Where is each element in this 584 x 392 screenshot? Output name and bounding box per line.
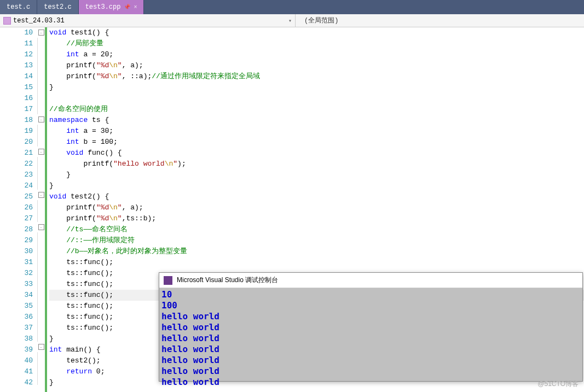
line-number: 14 bbox=[0, 71, 33, 82]
fold-spacer bbox=[37, 309, 45, 320]
line-number: 18 bbox=[0, 115, 33, 126]
console-line: hello world bbox=[161, 322, 580, 333]
code-line[interactable]: //命名空间的使用 bbox=[49, 104, 584, 115]
debug-console-window[interactable]: Microsoft Visual Studio 调试控制台 10100hello… bbox=[159, 272, 583, 382]
code-line[interactable]: printf("%d\n", a); bbox=[49, 202, 584, 213]
code-line[interactable]: //ts——命名空间名 bbox=[49, 224, 584, 235]
code-line[interactable]: printf("%d\n", ::a);//通过作用域限定符来指定全局域 bbox=[49, 71, 584, 82]
fold-spacer bbox=[37, 71, 45, 81]
console-line: hello world bbox=[161, 333, 580, 344]
line-number: 16 bbox=[0, 93, 33, 104]
code-line[interactable]: printf("%d\n",ts::b); bbox=[49, 213, 584, 224]
code-line[interactable]: void test2() { bbox=[49, 191, 584, 202]
line-number: 28 bbox=[0, 224, 33, 235]
console-line: hello world bbox=[161, 344, 580, 355]
fold-toggle[interactable]: - bbox=[38, 192, 44, 198]
code-line[interactable]: //::——作用域限定符 bbox=[49, 235, 584, 246]
line-number: 40 bbox=[0, 355, 33, 366]
line-number: 30 bbox=[0, 246, 33, 257]
line-number: 17 bbox=[0, 104, 33, 115]
line-number: 25 bbox=[0, 191, 33, 202]
fold-spacer bbox=[37, 276, 45, 287]
code-line[interactable]: int a = 30; bbox=[49, 126, 584, 137]
close-icon[interactable]: × bbox=[134, 4, 137, 10]
console-line: 100 bbox=[161, 300, 580, 311]
line-number: 27 bbox=[0, 213, 33, 224]
fold-toggle[interactable]: - bbox=[38, 116, 44, 122]
console-line: hello world bbox=[161, 355, 580, 366]
tab-test3-cpp[interactable]: test3.cpp 📌 × bbox=[79, 0, 144, 14]
chevron-down-icon: ▾ bbox=[288, 17, 292, 24]
line-number-gutter: 1011121314151617181920212223242526272829… bbox=[0, 27, 37, 392]
fold-spacer bbox=[37, 179, 45, 190]
code-line[interactable]: void func() { bbox=[49, 148, 584, 159]
fold-spacer bbox=[37, 363, 45, 374]
scope-selector-left[interactable]: test_24.03.31 ▾ bbox=[0, 14, 296, 27]
line-number: 39 bbox=[0, 344, 33, 355]
fold-spacer bbox=[37, 125, 45, 136]
code-line[interactable]: } bbox=[49, 82, 584, 93]
console-line: 10 bbox=[161, 289, 580, 300]
line-number: 38 bbox=[0, 334, 33, 344]
fold-spacer bbox=[37, 49, 45, 60]
fold-spacer bbox=[37, 81, 45, 92]
line-number: 15 bbox=[0, 82, 33, 93]
code-line[interactable]: printf("hello world\n"); bbox=[49, 159, 584, 169]
fold-toggle[interactable]: - bbox=[38, 30, 44, 36]
code-line[interactable]: //局部变量 bbox=[49, 38, 584, 49]
code-line[interactable]: ts::func(); bbox=[49, 257, 584, 268]
fold-column: ------ bbox=[37, 27, 45, 392]
scope-label: (全局范围) bbox=[304, 16, 338, 25]
fold-spacer bbox=[37, 157, 45, 168]
line-number: 11 bbox=[0, 38, 33, 49]
scope-selector-right[interactable]: (全局范围) bbox=[296, 14, 584, 27]
fold-spacer bbox=[37, 136, 45, 147]
fold-spacer bbox=[37, 232, 45, 243]
fold-spacer bbox=[37, 320, 45, 331]
line-number: 31 bbox=[0, 257, 33, 268]
fold-spacer bbox=[37, 38, 45, 49]
console-titlebar[interactable]: Microsoft Visual Studio 调试控制台 bbox=[159, 273, 582, 288]
fold-spacer bbox=[37, 92, 45, 103]
console-line: hello world bbox=[161, 366, 580, 377]
line-number: 24 bbox=[0, 180, 33, 191]
code-line[interactable]: namespace ts { bbox=[49, 115, 584, 126]
code-line[interactable]: printf("%d\n", a); bbox=[49, 60, 584, 71]
code-line[interactable]: void test1() { bbox=[49, 27, 584, 38]
tab-test-c[interactable]: test.c bbox=[0, 0, 37, 14]
line-number: 34 bbox=[0, 290, 33, 301]
vs-icon bbox=[164, 276, 172, 285]
line-number: 41 bbox=[0, 366, 33, 377]
fold-spacer bbox=[37, 103, 45, 114]
line-number: 12 bbox=[0, 49, 33, 60]
line-number: 35 bbox=[0, 301, 33, 312]
fold-spacer bbox=[37, 298, 45, 309]
fold-spacer bbox=[37, 265, 45, 276]
code-line[interactable]: int b = 100; bbox=[49, 137, 584, 148]
line-number: 26 bbox=[0, 202, 33, 213]
code-line[interactable]: } bbox=[49, 180, 584, 191]
line-number: 10 bbox=[0, 27, 33, 38]
console-line: hello world bbox=[161, 311, 580, 322]
line-number: 36 bbox=[0, 312, 33, 323]
fold-spacer bbox=[37, 352, 45, 363]
console-line: hello world bbox=[161, 377, 580, 388]
fold-toggle[interactable]: - bbox=[38, 344, 44, 350]
watermark: @51CTO博客 bbox=[537, 379, 579, 389]
project-icon bbox=[3, 17, 11, 25]
pin-icon[interactable]: 📌 bbox=[124, 4, 130, 10]
fold-spacer bbox=[37, 331, 45, 342]
fold-spacer bbox=[37, 168, 45, 179]
fold-toggle[interactable]: - bbox=[38, 224, 44, 230]
code-line[interactable]: int a = 20; bbox=[49, 49, 584, 60]
code-line[interactable] bbox=[49, 93, 584, 104]
tab-test2-c[interactable]: test2.c bbox=[37, 0, 78, 14]
code-line[interactable]: //b——对象名，此时的对象为整型变量 bbox=[49, 246, 584, 257]
fold-toggle[interactable]: - bbox=[38, 149, 44, 155]
line-number: 13 bbox=[0, 60, 33, 71]
code-line[interactable]: } bbox=[49, 169, 584, 180]
line-number: 37 bbox=[0, 323, 33, 334]
console-title-text: Microsoft Visual Studio 调试控制台 bbox=[177, 276, 278, 285]
line-number: 22 bbox=[0, 159, 33, 169]
line-number: 21 bbox=[0, 148, 33, 159]
